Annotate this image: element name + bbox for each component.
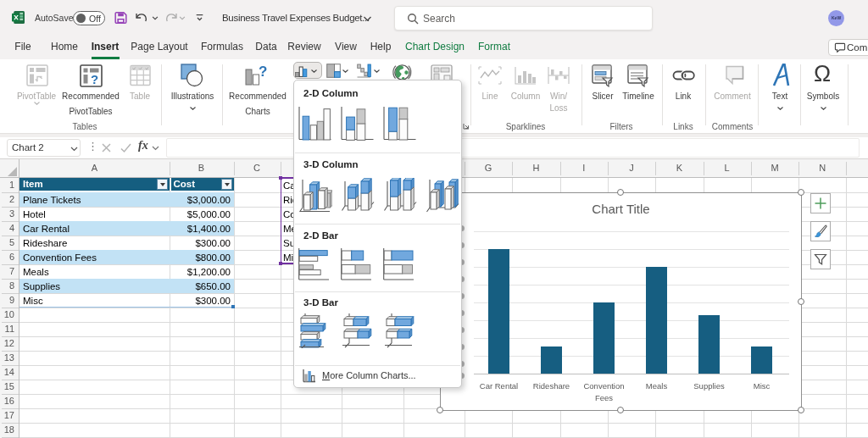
svg-text:?: ? [259, 64, 267, 80]
svg-text:?: ? [91, 72, 98, 86]
